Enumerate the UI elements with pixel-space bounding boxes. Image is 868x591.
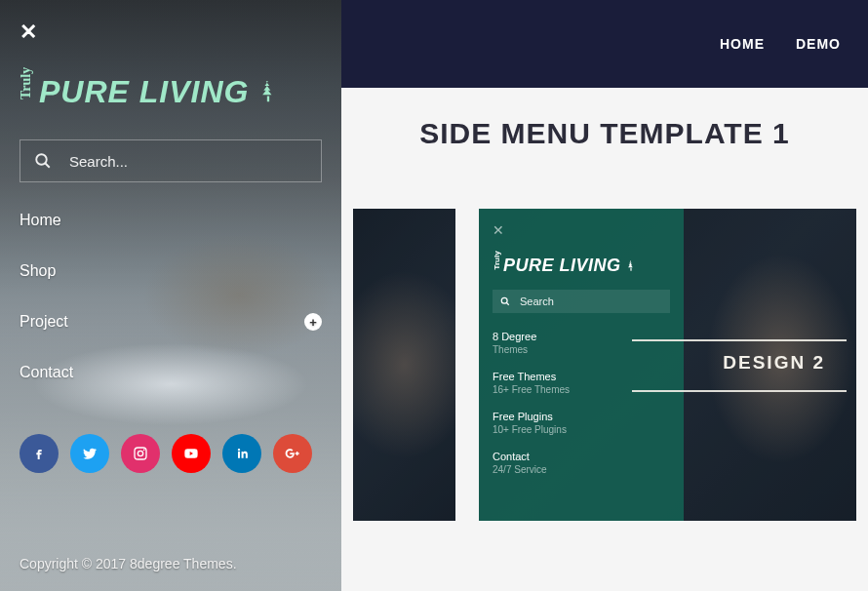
card-overlay (353, 209, 455, 521)
nav-label: Home (20, 212, 61, 229)
nav-label: Contact (20, 364, 73, 381)
svg-line-1 (45, 163, 50, 168)
nav-label: Shop (20, 262, 56, 280)
main-content: HOME DEMO SIDE MENU TEMPLATE 1 ✕ (341, 0, 868, 591)
mini-item-sub: 10+ Free Plugins (493, 424, 670, 435)
plus-icon[interactable]: + (304, 313, 322, 331)
top-bar: HOME DEMO (341, 0, 868, 88)
template-cards: ✕ Truly PURE LIVING Search 8 Degree (341, 209, 868, 521)
nav-label: Project (20, 313, 68, 331)
mini-search-placeholder: Search (520, 296, 554, 307)
mini-nav-item: Free Plugins 10+ Free Plugins (493, 411, 670, 435)
svg-point-3 (138, 451, 142, 455)
search-input[interactable] (69, 153, 307, 170)
mini-logo-main: PURE LIVING (503, 256, 621, 276)
top-link-home[interactable]: HOME (720, 36, 765, 52)
svg-point-5 (501, 297, 507, 303)
mini-item-title: Free Plugins (493, 411, 670, 422)
search-icon (500, 296, 510, 306)
logo[interactable]: Truly PURE LIVING (20, 74, 322, 110)
twitter-icon[interactable] (70, 434, 109, 473)
mini-logo: Truly PURE LIVING (493, 256, 670, 276)
mini-search-box: Search (493, 290, 670, 313)
svg-point-4 (143, 450, 145, 452)
tree-icon (255, 79, 282, 106)
nav-list: Home Shop Project + Contact (20, 212, 322, 381)
template-card-2[interactable]: ✕ Truly PURE LIVING Search 8 Degree (479, 209, 856, 521)
search-box[interactable] (20, 139, 322, 182)
page-title: SIDE MENU TEMPLATE 1 (341, 117, 868, 150)
mini-item-sub: Themes (493, 344, 670, 355)
google-plus-icon[interactable] (273, 434, 312, 473)
nav-item-home[interactable]: Home (20, 212, 322, 229)
divider-line (632, 390, 847, 392)
mini-nav-item: 8 Degree Themes (493, 331, 670, 355)
page-body: SIDE MENU TEMPLATE 1 ✕ Truly (341, 88, 868, 591)
svg-point-0 (36, 154, 47, 165)
social-links (20, 434, 322, 473)
mini-item-title: Free Themes (493, 371, 670, 382)
divider-line (632, 339, 847, 341)
nav-item-shop[interactable]: Shop (20, 262, 322, 280)
mini-nav-item: Contact 24/7 Service (493, 451, 670, 475)
mini-side-menu-preview: ✕ Truly PURE LIVING Search 8 Degree (479, 209, 684, 521)
search-icon (34, 152, 52, 170)
nav-item-contact[interactable]: Contact (20, 364, 322, 381)
facebook-icon[interactable] (20, 434, 59, 473)
instagram-icon[interactable] (121, 434, 160, 473)
mini-logo-prefix: Truly (493, 262, 501, 270)
logo-prefix: Truly (19, 86, 34, 99)
copyright-text: Copyright © 2017 8degree Themes. (20, 556, 322, 571)
tree-icon (624, 259, 638, 273)
mini-item-sub: 24/7 Service (493, 464, 670, 475)
youtube-icon[interactable] (172, 434, 211, 473)
mini-item-title: Contact (493, 451, 670, 462)
mini-close-icon: ✕ (493, 222, 670, 238)
logo-main-text: PURE LIVING (39, 74, 249, 110)
side-menu: ✕ Truly PURE LIVING Home Shop Project + (0, 0, 341, 591)
close-icon[interactable]: ✕ (20, 20, 322, 45)
svg-line-6 (506, 302, 509, 305)
nav-item-project[interactable]: Project + (20, 313, 322, 331)
design-label: DESIGN 2 (723, 352, 825, 374)
template-card-1[interactable] (353, 209, 455, 521)
top-link-demo[interactable]: DEMO (796, 36, 841, 52)
linkedin-icon[interactable] (222, 434, 261, 473)
